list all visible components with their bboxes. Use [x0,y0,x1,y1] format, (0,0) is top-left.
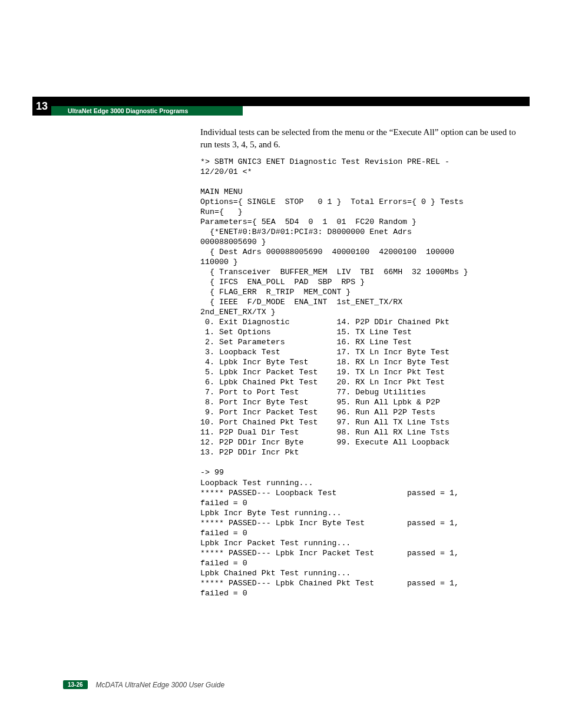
page-footer: 13-26 McDATA UltraNet Edge 3000 User Gui… [63,680,224,689]
terminal-output: *> SBTM GNIC3 ENET Diagnostic Test Revis… [200,157,518,598]
chapter-tab: 13 [32,97,51,116]
page-number-badge: 13-26 [63,680,88,689]
intro-paragraph: Individual tests can be selected from th… [200,126,518,151]
header-section-title: UltraNet Edge 3000 Diagnostic Programs [51,106,243,116]
header-black-strip [51,97,530,106]
footer-book-title: McDATA UltraNet Edge 3000 User Guide [96,681,225,689]
